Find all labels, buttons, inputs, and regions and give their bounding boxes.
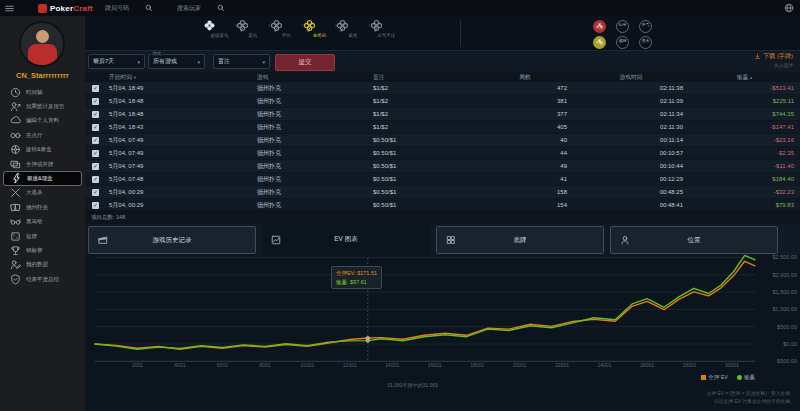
- filter-select-value: 盲注: [218, 57, 230, 66]
- submit-button[interactable]: 提交: [275, 54, 335, 71]
- sidebar-item-my-data[interactable]: 我的数据: [0, 258, 85, 272]
- sidebar-item-label: 全押或弃牌: [26, 161, 54, 168]
- cell-duration: 00:48:25: [573, 189, 689, 195]
- checkbox-cell: ✓: [85, 150, 109, 157]
- search-icon[interactable]: [145, 4, 153, 12]
- checkbox-cell: ✓: [85, 124, 109, 131]
- cell-duration: 00:11:14: [573, 137, 689, 143]
- sort-icon: ▾: [134, 75, 136, 80]
- tab-ev-chart[interactable]: EV 图表: [262, 224, 430, 255]
- hamburger-menu-icon[interactable]: [5, 4, 14, 13]
- row-checkbox[interactable]: ✓: [92, 176, 99, 183]
- sidebar-item-tournaments[interactable]: 锦标赛: [0, 243, 85, 257]
- row-checkbox[interactable]: ✓: [92, 98, 99, 105]
- clover-icon: [270, 19, 303, 32]
- tab-game-history[interactable]: 游戏历史记录: [88, 226, 256, 254]
- person-pencil-icon: [9, 259, 21, 271]
- sidebar-item-holdem[interactable]: 德州扑克: [0, 200, 85, 214]
- row-checkbox[interactable]: ✓: [92, 202, 99, 209]
- cell-duration: 02:11:39: [573, 98, 689, 104]
- table-row[interactable]: ✓5月04, 18:48德州扑克$1/$238102:11:39$225.11: [85, 95, 800, 108]
- language-globe-icon[interactable]: [784, 3, 794, 13]
- download-icon: [754, 53, 761, 60]
- sidebar-item-omaha[interactable]: 奥马哈: [0, 215, 85, 229]
- row-checkbox[interactable]: ✓: [92, 189, 99, 196]
- svg-text:6001: 6001: [217, 362, 228, 368]
- table-row[interactable]: ✓5月04, 07:48德州扑克$0.50/$14100:12:29$184.4…: [85, 173, 800, 186]
- row-checkbox[interactable]: ✓: [92, 111, 99, 118]
- badge-row: ♛大鱼纪录手气: [593, 18, 652, 34]
- checkbox-cell: ✓: [85, 98, 109, 105]
- hand-number-search-input[interactable]: 牌局号码: [105, 4, 153, 13]
- chevron-down-icon: ▾: [137, 59, 140, 65]
- table-row[interactable]: ✓5月04, 07:49德州扑克$0.50/$14400:10:57-$2.35: [85, 147, 800, 160]
- col-header-duration: 游戏时间: [573, 73, 689, 82]
- row-checkbox[interactable]: ✓: [92, 85, 99, 92]
- progression-step: 老司机: [303, 19, 336, 38]
- filter-select-blinds[interactable]: 盲注▾: [213, 54, 270, 69]
- table-row[interactable]: ✓5月04, 18:48德州扑克$1/$237702:11:34$744.35: [85, 108, 800, 121]
- badge-大鱼: ♛大鱼: [593, 20, 606, 33]
- row-checkbox[interactable]: ✓: [92, 124, 99, 131]
- search-icon[interactable]: [217, 4, 225, 12]
- person-icon: [620, 235, 630, 245]
- sidebar-item-rush-cash[interactable]: 极速&现金: [3, 171, 82, 185]
- sidebar-item-spin-gold[interactable]: 旋转&黄金: [0, 143, 85, 157]
- sidebar-item-timeline[interactable]: 时间轴: [0, 85, 85, 99]
- svg-text:10001: 10001: [300, 362, 314, 368]
- sidebar-item-edit-profile[interactable]: 编辑个人资料: [0, 114, 85, 128]
- progression-step: 超级菜鸟: [203, 19, 236, 38]
- cell-blinds: $0.50/$1: [373, 150, 477, 156]
- progression-step: 运气不佳: [370, 19, 403, 38]
- cell-duration: 00:10:57: [573, 150, 689, 156]
- checkbox-cell: ✓: [85, 111, 109, 118]
- tab-label: 底牌: [514, 236, 527, 245]
- sidebar-item-battle-royale[interactable]: 大逃杀: [0, 186, 85, 200]
- svg-text:30001: 30001: [725, 362, 739, 368]
- filter-select-game[interactable]: 游戏所有游戏▾: [148, 54, 205, 69]
- cell-game: 德州扑克: [257, 84, 373, 93]
- cell-game: 德州扑克: [257, 162, 373, 171]
- row-checkbox[interactable]: ✓: [92, 163, 99, 170]
- detail-tabs: 游戏历史记录EV 图表底牌位置: [85, 224, 800, 255]
- table-row[interactable]: ✓5月04, 00:29德州扑克$0.50/$115800:48:25-$32.…: [85, 186, 800, 199]
- table-row[interactable]: ✓5月04, 07:49德州扑克$0.50/$14900:10:44-$11.4…: [85, 160, 800, 173]
- progression-label: 鲨鱼: [336, 33, 369, 38]
- sidebar-item-player-stats[interactable]: 玩家统计及报告: [0, 99, 85, 113]
- filter-select-value: 所有游戏: [153, 57, 177, 66]
- badge-label: 大鱼: [596, 26, 604, 30]
- top-bar: PokerCraft 牌局号码 搜索玩家: [0, 0, 800, 16]
- row-checkbox[interactable]: ✓: [92, 150, 99, 157]
- cell-hands: 44: [477, 150, 573, 156]
- cell-start-time: 5月04, 07:48: [109, 175, 257, 184]
- user-avatar[interactable]: [19, 21, 65, 67]
- filter-select-daterange[interactable]: 最后7天▾: [88, 54, 145, 69]
- svg-text:$0.00: $0.00: [783, 341, 797, 347]
- player-search-input[interactable]: 搜索玩家: [177, 4, 225, 13]
- stack-icon: [9, 158, 21, 170]
- row-checkbox[interactable]: ✓: [92, 137, 99, 144]
- tooltip-win-line: 输赢: $97.61: [336, 278, 377, 287]
- chevron-down-icon: ▾: [262, 59, 265, 65]
- tab-position[interactable]: 位置: [610, 226, 778, 254]
- cell-hands: 49: [477, 163, 573, 169]
- svg-text:8001: 8001: [259, 362, 270, 368]
- legend-label: 全押 EV: [708, 374, 728, 381]
- sidebar-item-highlight-hall[interactable]: 亮点厅: [0, 128, 85, 142]
- download-link[interactable]: 下载 (手牌) 大小总计: [754, 52, 793, 68]
- logo-badge-icon: [38, 4, 47, 13]
- cell-start-time: 5月04, 07:49: [109, 149, 257, 158]
- cell-start-time: 5月04, 00:29: [109, 188, 257, 197]
- table-row[interactable]: ✓5月04, 18:49德州扑克$1/$247202:11:38-$513.41: [85, 82, 800, 95]
- cell-duration: 02:11:34: [573, 111, 689, 117]
- table-row[interactable]: ✓5月04, 07:49德州扑克$0.50/$14000:11:14-$23.1…: [85, 134, 800, 147]
- sidebar-item-label: 德州扑克: [26, 204, 48, 211]
- sidebar-item-all-in-or-fold[interactable]: 全押或弃牌: [0, 157, 85, 171]
- sidebar-item-short-deck[interactable]: 短牌: [0, 229, 85, 243]
- download-label: 下载 (手牌): [763, 52, 793, 61]
- table-row[interactable]: ✓5月04, 18:43德州扑克$1/$240502:11:30-$147.41: [85, 121, 800, 134]
- cell-winnings: $79.83: [689, 202, 800, 208]
- sidebar-item-year-results[interactable]: 结果年度总结: [0, 272, 85, 286]
- badge-关卡: 关卡: [639, 36, 652, 49]
- tab-hole-cards[interactable]: 底牌: [436, 226, 604, 254]
